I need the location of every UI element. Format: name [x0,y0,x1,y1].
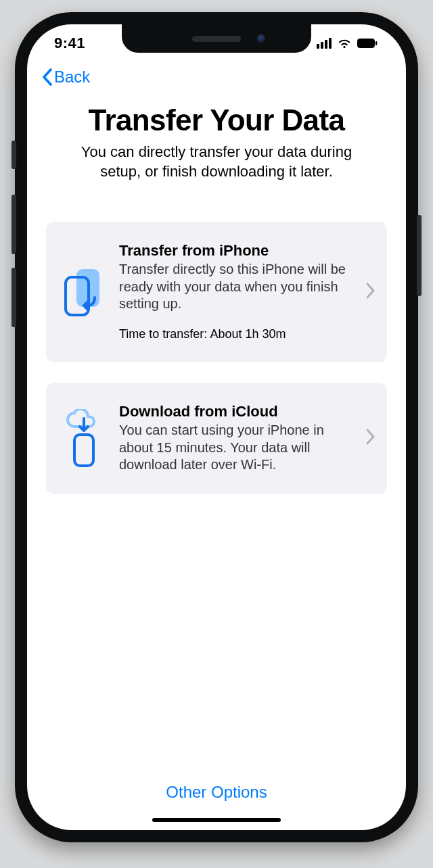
svg-rect-5 [74,435,93,466]
cloud-download-icon [61,409,107,467]
option-body: You can start using your iPhone in about… [119,422,360,474]
page-title: Transfer Your Data [46,103,387,137]
option-title: Download from iCloud [119,403,360,420]
option-transfer-from-iphone[interactable]: Transfer from iPhone Transfer directly s… [46,222,387,362]
svg-rect-2 [375,41,377,45]
battery-icon [357,39,378,48]
svg-rect-1 [359,41,373,47]
phone-transfer-icon [61,268,107,316]
back-button[interactable]: Back [42,68,90,87]
page-subtitle: You can directly transfer your data duri… [61,143,372,181]
option-download-from-icloud[interactable]: Download from iCloud You can start using… [46,383,387,494]
option-eta: Time to transfer: About 1h 30m [119,327,360,342]
other-options-button[interactable]: Other Options [166,783,267,801]
chevron-left-icon [42,68,53,86]
option-body: Transfer directly so this iPhone will be… [119,261,360,313]
option-title: Transfer from iPhone [119,242,360,260]
cellular-icon [317,38,332,49]
back-label: Back [54,68,90,87]
chevron-right-icon [365,283,375,302]
wifi-icon [337,38,352,49]
home-indicator[interactable] [152,818,281,822]
chevron-right-icon [365,429,375,448]
status-time: 9:41 [54,34,85,52]
